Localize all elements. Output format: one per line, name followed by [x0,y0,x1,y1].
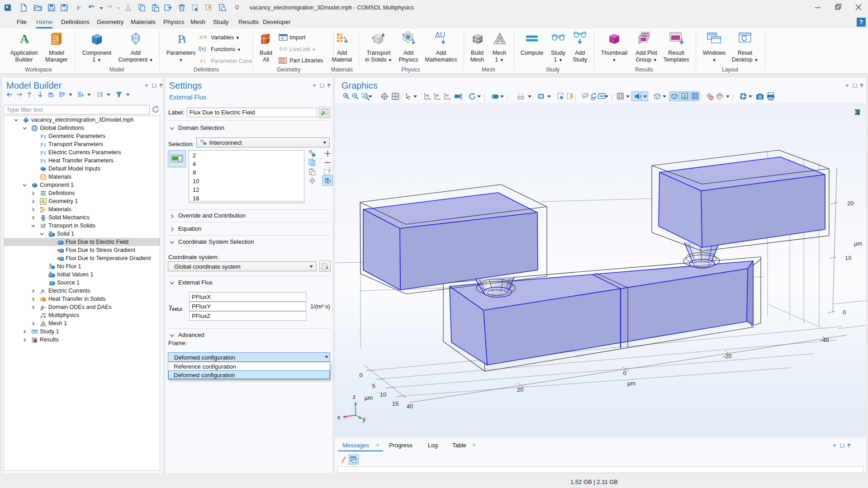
svg-text:µm: µm [854,240,862,247]
svg-text:P: P [40,142,43,148]
svg-text:−: − [44,291,47,294]
svg-text:-40: -40 [821,336,829,343]
svg-text:D: D [50,231,52,233]
svg-text:D: D [50,263,52,266]
svg-text:15: 15 [392,400,398,407]
svg-text:-20: -20 [723,353,732,360]
svg-text:P: P [178,33,184,45]
svg-text:y: y [363,416,366,422]
svg-text:5: 5 [372,383,375,389]
svg-text:20: 20 [847,200,854,207]
svg-text:A: A [20,32,29,45]
svg-text:10: 10 [380,391,386,398]
svg-text:P: P [200,57,203,64]
svg-text:P: P [40,150,43,156]
svg-text:a: a [199,34,203,40]
svg-text:D: D [50,271,52,274]
svg-text:dt: dt [40,307,43,311]
svg-text:yz: yz [436,94,439,97]
svg-text:f(x): f(x) [198,46,206,52]
svg-text:µm: µm [365,394,373,401]
svg-text:+: + [40,291,42,294]
svg-text:0: 0 [623,370,626,376]
svg-text:xz: xz [446,94,449,97]
svg-text:xy: xy [426,94,429,97]
svg-text:20: 20 [517,386,523,393]
svg-text:40: 40 [407,403,413,410]
svg-text:z: z [353,393,356,400]
svg-text:P: P [40,133,43,140]
svg-text:µm: µm [627,380,636,387]
svg-text:0: 0 [359,372,362,379]
svg-text:P: P [40,158,43,164]
svg-text:0: 0 [843,309,846,316]
svg-text:ΔU: ΔU [435,31,445,39]
svg-text:10: 10 [845,255,851,261]
svg-text:x: x [337,414,341,421]
